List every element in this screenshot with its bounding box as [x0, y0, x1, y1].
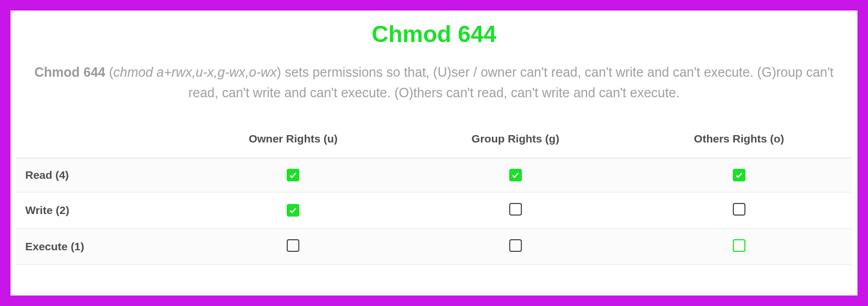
cell-group [405, 158, 626, 192]
checkbox-unchecked[interactable] [287, 239, 299, 252]
table-row: Write (2) [16, 192, 852, 228]
check-icon [735, 171, 743, 179]
cell-others [626, 158, 852, 192]
table-row: Execute (1) [16, 228, 852, 264]
checkbox-unchecked[interactable] [733, 239, 745, 252]
header-empty [16, 124, 181, 158]
check-icon [511, 171, 520, 179]
cell-owner [181, 192, 405, 228]
table-row: Read (4) [16, 158, 852, 192]
cell-others [626, 228, 852, 264]
checkbox-checked[interactable] [509, 169, 522, 181]
description-italic: chmod a+rwx,u-x,g-wx,o-wx [114, 65, 277, 79]
row-label: Read (4) [16, 158, 181, 192]
cell-group [405, 192, 626, 228]
cell-others [626, 192, 852, 228]
description-rest: ) sets permissions so that, (U)ser / own… [188, 65, 834, 100]
check-icon [289, 171, 297, 179]
header-owner: Owner Rights (u) [181, 124, 405, 158]
cell-owner [181, 228, 405, 264]
checkbox-checked[interactable] [733, 169, 745, 181]
description-bold: Chmod 644 [35, 65, 106, 79]
header-others: Others Rights (o) [626, 124, 852, 158]
row-label: Execute (1) [16, 228, 181, 264]
description-paren-open: ( [105, 65, 113, 79]
checkbox-checked[interactable] [287, 204, 299, 217]
checkbox-checked[interactable] [287, 169, 299, 181]
description-text: Chmod 644 (chmod a+rwx,u-x,g-wx,o-wx) se… [16, 62, 852, 103]
chmod-card: Chmod 644 Chmod 644 (chmod a+rwx,u-x,g-w… [11, 11, 857, 295]
checkbox-unchecked[interactable] [509, 239, 522, 252]
checkbox-unchecked[interactable] [733, 203, 745, 216]
cell-group [405, 228, 626, 264]
header-group: Group Rights (g) [405, 124, 626, 158]
check-icon [289, 206, 297, 215]
permissions-table: Owner Rights (u) Group Rights (g) Others… [16, 124, 852, 265]
page-title: Chmod 644 [16, 21, 852, 47]
checkbox-unchecked[interactable] [509, 203, 522, 216]
cell-owner [181, 158, 405, 192]
table-header-row: Owner Rights (u) Group Rights (g) Others… [16, 124, 852, 158]
row-label: Write (2) [16, 192, 181, 228]
table-body: Read (4)Write (2)Execute (1) [16, 158, 852, 264]
